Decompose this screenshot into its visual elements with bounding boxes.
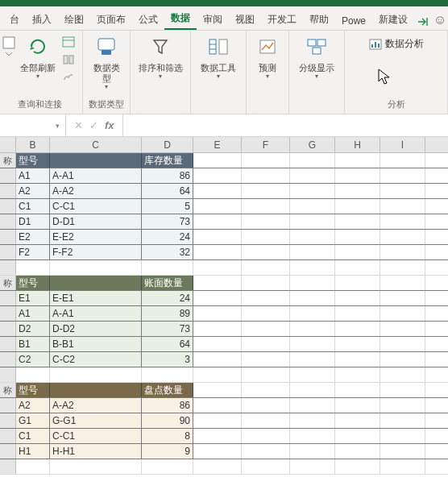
cell[interactable] [242,429,290,443]
cell[interactable]: C2 [16,352,50,367]
cell[interactable] [290,444,335,459]
cell[interactable] [290,260,335,275]
cell[interactable] [380,352,425,367]
cell[interactable] [335,260,380,275]
cell[interactable] [290,245,335,259]
cell[interactable]: 库存数量 [142,153,193,168]
tab-developer[interactable]: 开发工 [261,8,303,30]
cell[interactable] [290,291,335,305]
cell[interactable] [193,214,242,229]
cell[interactable] [380,260,425,275]
row-head[interactable] [0,337,16,351]
cell[interactable] [242,306,290,321]
cell[interactable] [242,413,290,428]
cell[interactable] [335,199,380,214]
cell[interactable] [242,199,290,214]
cell[interactable] [193,352,242,367]
cell[interactable]: E-E2 [50,230,142,244]
cell[interactable]: 86 [142,168,193,183]
col-head-D[interactable]: D [142,137,193,152]
tab-home[interactable]: 台 [3,8,26,30]
cell[interactable] [193,306,242,321]
row-head[interactable] [0,230,16,244]
row-head[interactable] [0,245,16,259]
sort-filter-button[interactable]: 排序和筛选 ▾ [135,34,185,80]
cell[interactable]: C-C2 [50,352,142,367]
cell[interactable]: 8 [142,429,193,443]
enter-formula-button[interactable]: ✓ [89,119,98,131]
tab-view[interactable]: 视图 [229,8,261,30]
cell[interactable] [242,184,290,198]
cell[interactable] [380,230,425,244]
cell[interactable] [335,367,380,382]
cell[interactable] [242,352,290,367]
cell[interactable]: 24 [142,291,193,305]
cell[interactable] [242,291,290,305]
col-head-C[interactable]: C [50,137,142,152]
name-box-input[interactable] [0,120,50,131]
cell[interactable] [242,214,290,229]
cell[interactable] [242,260,290,275]
cell[interactable] [380,153,425,168]
cell[interactable] [380,306,425,321]
cell[interactable] [242,459,290,474]
cell[interactable] [380,367,425,382]
cell[interactable] [242,245,290,259]
cell[interactable] [380,276,425,290]
cell[interactable] [193,291,242,305]
cell[interactable] [335,291,380,305]
cell[interactable]: H1 [16,444,50,459]
col-head-F[interactable]: F [242,137,290,152]
cell[interactable]: H-H1 [50,444,142,459]
cell[interactable] [242,398,290,413]
queries-pane-button[interactable] [60,34,77,50]
cell[interactable] [290,367,335,382]
cell[interactable]: C1 [16,429,50,443]
cell[interactable] [16,260,50,275]
cell[interactable] [335,322,380,336]
cell[interactable] [290,168,335,183]
formula-bar-input[interactable] [123,114,448,136]
row-head[interactable] [0,444,16,459]
cell[interactable] [193,322,242,336]
cell[interactable] [380,322,425,336]
cell[interactable]: 73 [142,214,193,229]
spreadsheet-grid[interactable]: B C D E F G H I 称 型号 库存数量 A1 A-A1 86 A2 … [0,137,448,475]
cell[interactable] [335,398,380,413]
insert-function-button[interactable]: fx [105,119,114,131]
cell[interactable] [335,230,380,244]
outline-button[interactable]: 分级显示 ▾ [294,34,339,80]
cell[interactable]: 型号 [16,276,50,290]
row-head[interactable] [0,291,16,305]
tab-review[interactable]: 审阅 [197,8,229,30]
formula-bar[interactable] [123,114,448,136]
cell[interactable] [193,230,242,244]
data-analysis-button[interactable]: 数据分析 [366,35,427,52]
edit-links-button[interactable] [60,69,77,85]
cell[interactable] [193,413,242,428]
share-button[interactable] [417,14,430,30]
cell[interactable]: 24 [142,230,193,244]
cell[interactable]: 5 [142,199,193,214]
tab-data[interactable]: 数据 [164,6,197,30]
cell[interactable] [380,291,425,305]
cell[interactable] [290,459,335,474]
cell[interactable] [142,459,193,474]
row-head[interactable] [0,199,16,214]
cell[interactable] [193,245,242,259]
row-head[interactable] [0,352,16,367]
cell[interactable] [242,383,290,397]
cell[interactable] [242,168,290,183]
cell[interactable] [242,337,290,351]
cell[interactable]: D-D1 [50,214,142,229]
cell[interactable] [290,383,335,397]
cell[interactable] [193,184,242,198]
forecast-button[interactable]: 预测 ▾ [251,34,284,80]
row-head[interactable] [0,260,16,275]
cell[interactable] [290,429,335,443]
cell[interactable]: B1 [16,337,50,351]
cell[interactable]: 86 [142,398,193,413]
tab-help[interactable]: 帮助 [303,8,335,30]
tab-page-layout[interactable]: 页面布 [90,8,132,30]
cell[interactable] [50,260,142,275]
